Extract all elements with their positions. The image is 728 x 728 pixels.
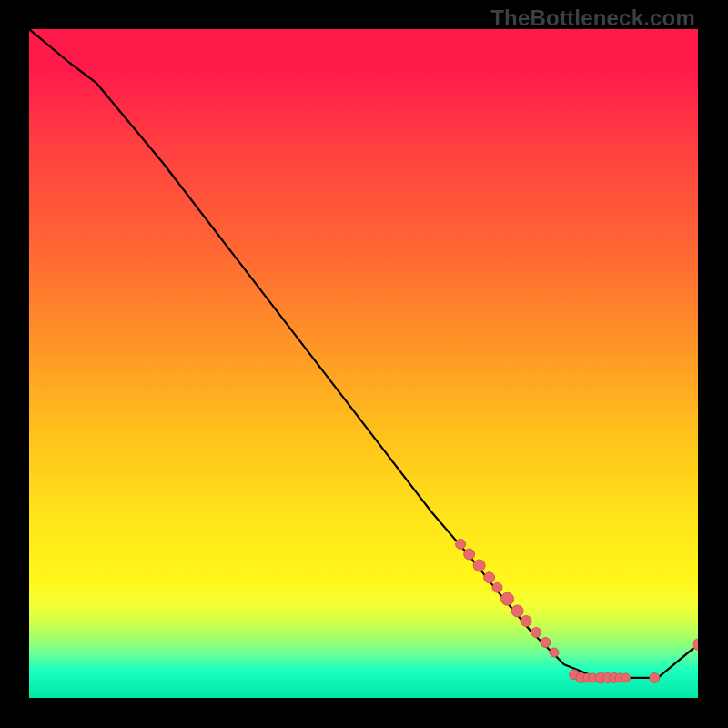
data-point (484, 572, 495, 583)
data-point (492, 582, 502, 592)
chart-svg (29, 29, 698, 698)
data-point (521, 615, 531, 626)
plot-area (29, 29, 698, 698)
data-point (541, 638, 551, 648)
data-point (473, 560, 485, 571)
curve-line (29, 29, 698, 678)
data-point (622, 673, 631, 682)
data-point (531, 627, 541, 637)
data-point (464, 549, 475, 560)
data-point (456, 539, 466, 549)
watermark-text: TheBottleneck.com (490, 5, 695, 31)
curve-markers (456, 539, 698, 683)
data-point (550, 648, 559, 657)
data-point (501, 592, 514, 605)
data-point (650, 672, 660, 682)
chart-frame: TheBottleneck.com (0, 0, 728, 728)
data-point (511, 605, 523, 617)
